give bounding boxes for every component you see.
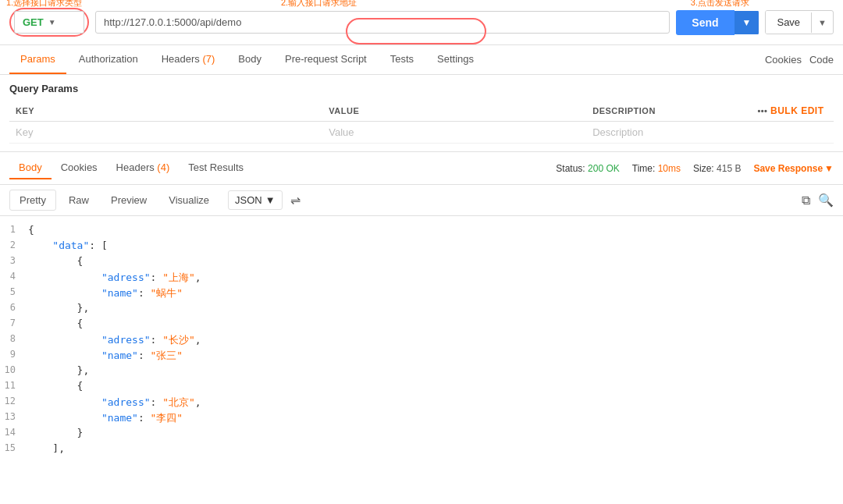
line-content: "name": "李四"	[28, 411, 843, 425]
method-chevron-icon: ▼	[48, 18, 56, 27]
params-table: KEY VALUE DESCRIPTION ••• Bulk Edit Key …	[9, 101, 834, 144]
code-line-8: 8 "adress": "长沙",	[0, 333, 843, 349]
line-content: "adress": "上海",	[28, 271, 843, 285]
tab-body[interactable]: Body	[227, 45, 272, 74]
line-content: "name": "张三"	[28, 349, 843, 363]
line-content: },	[28, 364, 843, 376]
tab-headers[interactable]: Headers (7)	[151, 45, 226, 74]
save-response-button[interactable]: Save Response ▼	[753, 163, 834, 174]
tab-tests[interactable]: Tests	[379, 45, 425, 74]
params-section: Query Params KEY VALUE DESCRIPTION ••• B…	[0, 75, 843, 152]
code-line-7: 7 {	[0, 318, 843, 333]
format-label: JSON	[235, 194, 262, 206]
raw-btn[interactable]: Raw	[59, 190, 98, 210]
preview-btn[interactable]: Preview	[101, 190, 156, 210]
visualize-btn[interactable]: Visualize	[159, 190, 219, 210]
code-line-14: 14 }	[0, 427, 843, 442]
col-header-actions: ••• Bulk Edit	[751, 101, 834, 122]
code-line-4: 4 "adress": "上海",	[0, 271, 843, 286]
url-input-wrap	[95, 11, 670, 34]
tab-settings[interactable]: Settings	[426, 45, 485, 74]
save-button-group: Save ▼	[765, 10, 834, 34]
copy-icon[interactable]: ⧉	[802, 193, 810, 208]
desc-input-cell[interactable]: Description	[586, 122, 751, 144]
line-num: 10	[0, 364, 28, 375]
search-icon[interactable]: 🔍	[818, 193, 834, 208]
send-button[interactable]: Send	[676, 10, 734, 35]
line-num: 4	[0, 271, 28, 282]
line-num: 8	[0, 333, 28, 344]
code-line-2: 2 "data": [	[0, 240, 843, 255]
value-input-cell[interactable]: Value	[322, 122, 586, 144]
format-select[interactable]: JSON ▼	[228, 190, 283, 210]
line-num: 3	[0, 255, 28, 266]
req-tab-right: Cookies Code	[765, 54, 834, 66]
line-content: "data": [	[28, 240, 843, 251]
resp-tab-body[interactable]: Body	[9, 157, 52, 179]
code-line-5: 5 "name": "蜗牛"	[0, 286, 843, 302]
time-value: 10ms	[658, 163, 681, 174]
line-num: 2	[0, 240, 28, 250]
tab-authorization[interactable]: Authorization	[68, 45, 149, 74]
line-num: 14	[0, 427, 28, 438]
cookies-link[interactable]: Cookies	[765, 54, 802, 66]
line-content: {	[28, 224, 843, 236]
line-content: }	[28, 427, 843, 438]
send-button-group: Send ▼	[676, 10, 759, 35]
code-line-10: 10 },	[0, 364, 843, 380]
status-value: 200 OK	[588, 163, 620, 174]
code-line-6: 6 },	[0, 302, 843, 318]
code-link[interactable]: Code	[809, 54, 834, 66]
key-input-cell[interactable]: Key	[9, 122, 322, 144]
tab-pre-request[interactable]: Pre-request Script	[274, 45, 378, 74]
time-label: Time: 10ms	[632, 163, 681, 174]
pretty-btn[interactable]: Pretty	[9, 190, 56, 211]
line-num: 15	[0, 442, 28, 453]
line-content: "adress": "长沙",	[28, 333, 843, 347]
line-num: 9	[0, 349, 28, 360]
resp-tab-test-results[interactable]: Test Results	[179, 157, 253, 179]
size-value: 415 B	[717, 163, 741, 174]
response-tabs-bar: Body Cookies Headers (4) Test Results St…	[0, 152, 843, 185]
line-content: },	[28, 302, 843, 314]
resp-tab-cookies[interactable]: Cookies	[52, 157, 107, 179]
method-value: GET	[23, 16, 44, 28]
status-label: Status: 200 OK	[556, 163, 619, 174]
code-line-11: 11 {	[0, 380, 843, 396]
annotation-1: 1.选择接口请求类型	[6, 0, 82, 9]
request-tabs: Params Authorization Headers (7) Body Pr…	[0, 45, 843, 75]
code-line-9: 9 "name": "张三"	[0, 349, 843, 364]
line-content: {	[28, 318, 843, 329]
send-dropdown-button[interactable]: ▼	[735, 11, 759, 34]
code-line-1: 1 {	[0, 224, 843, 240]
line-num: 11	[0, 380, 28, 391]
col-header-desc: DESCRIPTION	[586, 101, 751, 122]
save-button[interactable]: Save	[766, 11, 811, 34]
code-line-12: 12 "adress": "北京",	[0, 396, 843, 411]
line-num: 7	[0, 318, 28, 328]
method-select[interactable]: GET ▼	[14, 11, 84, 34]
code-area: 1 { 2 "data": [ 3 { 4 "adress": "上海", 5 …	[0, 216, 843, 466]
code-line-13: 13 "name": "李四"	[0, 411, 843, 427]
bulk-edit-btn[interactable]: Bulk Edit	[770, 105, 824, 116]
save-dropdown-button[interactable]: ▼	[811, 12, 833, 33]
line-num: 5	[0, 286, 28, 297]
line-num: 6	[0, 302, 28, 313]
code-line-3: 3 {	[0, 255, 843, 271]
size-label: Size: 415 B	[693, 163, 741, 174]
method-select-wrapper[interactable]: GET ▼	[9, 8, 89, 37]
wrap-icon[interactable]: ⇌	[290, 193, 301, 208]
format-chevron-icon: ▼	[265, 194, 276, 206]
url-input[interactable]	[104, 16, 661, 28]
resp-tab-headers[interactable]: Headers (4)	[107, 157, 180, 179]
col-header-value: VALUE	[322, 101, 586, 122]
annotation-2: 2.输入接口请求地址	[281, 0, 357, 9]
line-num: 12	[0, 396, 28, 406]
table-row: Key Value Description	[9, 122, 834, 144]
col-header-key: KEY	[9, 101, 322, 122]
line-num: 13	[0, 411, 28, 422]
viewer-actions: ⧉ 🔍	[802, 193, 834, 208]
code-line-15: 15 ],	[0, 442, 843, 458]
response-status: Status: 200 OK Time: 10ms Size: 415 B Sa…	[556, 163, 834, 174]
tab-params[interactable]: Params	[9, 45, 66, 74]
